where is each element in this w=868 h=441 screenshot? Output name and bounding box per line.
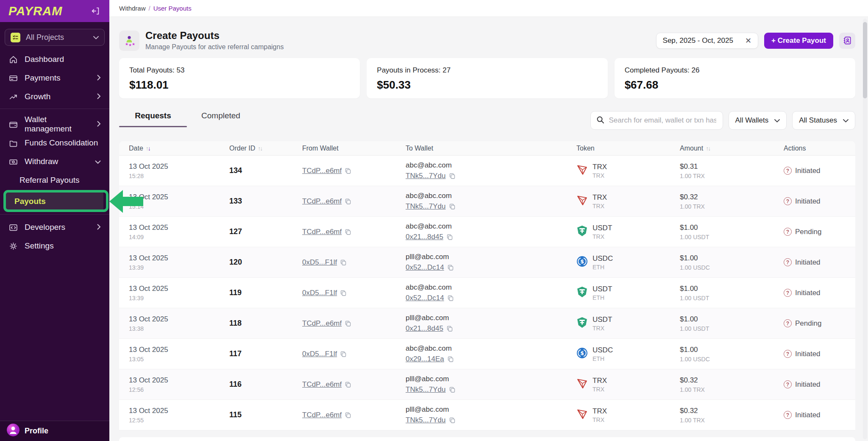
svg-text:★: ★ — [132, 42, 135, 46]
token-name: TRX — [593, 163, 607, 171]
scrollbar-thumb[interactable] — [863, 22, 867, 98]
sidebar-item-label: Settings — [25, 241, 101, 251]
sidebar-item-referral-payouts[interactable]: Referral Payouts — [0, 171, 109, 190]
search-input[interactable] — [608, 116, 717, 125]
to-wallet-link[interactable]: 0x52...Dc14 — [406, 294, 444, 302]
copy-icon[interactable] — [449, 173, 456, 179]
status-filter-select[interactable]: All Statuses — [792, 111, 855, 130]
from-wallet-link[interactable]: TCdP...e6mf — [302, 228, 342, 236]
nav-group: DashboardPaymentsGrowth — [0, 50, 109, 106]
sidebar-item-growth[interactable]: Growth — [0, 87, 109, 106]
copy-icon[interactable] — [345, 412, 351, 419]
create-payout-button[interactable]: + Create Payout — [764, 33, 833, 49]
column-label: Token — [576, 145, 595, 152]
status-help-icon[interactable]: ? — [784, 289, 792, 297]
copy-icon[interactable] — [345, 320, 351, 327]
sort-icon[interactable]: ↑↓ — [258, 145, 262, 152]
copy-icon[interactable] — [345, 198, 351, 205]
to-wallet-link[interactable]: 0x21...8d45 — [406, 233, 443, 241]
sidebar-item-label: Payments — [25, 73, 90, 83]
copy-icon[interactable] — [447, 356, 454, 363]
token-cell: TRX TRX — [567, 193, 670, 209]
wallet-filter-value: All Wallets — [735, 116, 769, 125]
project-selector[interactable]: All Projects — [5, 29, 105, 46]
to-email: abc@abc.com — [406, 161, 567, 170]
status-help-icon[interactable]: ? — [784, 411, 792, 419]
sidebar-item-developers[interactable]: Developers — [0, 218, 109, 237]
sort-icon[interactable]: ↑↓ — [706, 145, 710, 152]
sort-icon[interactable]: ↑↓ — [146, 145, 150, 152]
token-name: TRX — [593, 407, 607, 416]
token-cell: $ USDC ETH — [567, 254, 670, 271]
to-email: abc@abc.com — [406, 222, 567, 231]
payram-logo: PAYRAM — [8, 4, 62, 18]
copy-icon[interactable] — [345, 229, 351, 235]
copy-icon[interactable] — [447, 295, 454, 301]
copy-icon[interactable] — [345, 167, 351, 174]
table-body: 13 Oct 2025 15:28 134 TCdP...e6mf abc@ab… — [119, 156, 855, 430]
copy-icon[interactable] — [340, 259, 347, 266]
from-wallet-link[interactable]: 0xD5...F1lf — [302, 258, 337, 267]
status-help-icon[interactable]: ? — [784, 228, 792, 236]
token-trx-icon — [576, 408, 588, 422]
status-help-icon[interactable]: ? — [784, 319, 792, 327]
date-value: 13 Oct 2025 — [129, 285, 220, 293]
sidebar-divider — [0, 109, 109, 109]
from-wallet-link[interactable]: TCdP...e6mf — [302, 167, 342, 175]
to-wallet-link[interactable]: TNk5...7Ydu — [406, 416, 446, 424]
from-wallet-link[interactable]: 0xD5...F1lf — [302, 289, 337, 297]
wallet-filter-select[interactable]: All Wallets — [729, 111, 787, 130]
sidebar-item-dashboard[interactable]: Dashboard — [0, 50, 109, 69]
status-help-icon[interactable]: ? — [784, 197, 792, 205]
address-book-button[interactable] — [839, 33, 855, 49]
copy-icon[interactable] — [447, 264, 454, 271]
profile-button[interactable]: Profile — [0, 421, 109, 441]
sidebar-collapse-icon[interactable] — [90, 6, 101, 17]
copy-icon[interactable] — [345, 381, 351, 388]
status-label: Initiated — [795, 411, 821, 419]
sidebar-item-funds-consolidation[interactable]: Funds Consolidation — [0, 134, 109, 152]
to-wallet-link[interactable]: 0x52...Dc14 — [406, 263, 444, 272]
from-wallet-link[interactable]: 0xD5...F1lf — [302, 350, 337, 358]
to-wallet-link[interactable]: TNk5...7Ydu — [406, 172, 446, 180]
copy-icon[interactable] — [449, 203, 456, 210]
copy-icon[interactable] — [449, 417, 456, 424]
from-wallet-link[interactable]: TCdP...e6mf — [302, 197, 342, 206]
copy-icon[interactable] — [340, 290, 347, 296]
token-usdc-icon: $ — [576, 347, 588, 361]
svg-text:$: $ — [580, 350, 584, 356]
status-badge: ? Pending — [784, 228, 855, 236]
status-label: Initiated — [795, 289, 821, 297]
status-help-icon[interactable]: ? — [784, 167, 792, 175]
date-range-chip[interactable]: Sep, 2025 - Oct, 2025 ✕ — [656, 33, 758, 49]
amount-token: 1.00 USDT — [680, 295, 774, 301]
token-cell: USDT TRX — [567, 224, 670, 240]
to-wallet-link[interactable]: 0x21...8d45 — [406, 324, 443, 333]
gear-icon — [8, 242, 18, 251]
tab-completed[interactable]: Completed — [187, 111, 255, 127]
clear-date-icon[interactable]: ✕ — [745, 37, 751, 45]
copy-icon[interactable] — [340, 351, 347, 357]
sidebar-item-withdraw[interactable]: Withdraw — [0, 152, 109, 171]
from-wallet-link[interactable]: TCdP...e6mf — [302, 380, 342, 389]
status-help-icon[interactable]: ? — [784, 258, 792, 266]
time-value: 13:05 — [129, 356, 220, 363]
from-wallet-link[interactable]: TCdP...e6mf — [302, 411, 342, 419]
copy-icon[interactable] — [446, 325, 453, 332]
amount-cell: $1.00 1.00 USDT — [670, 223, 774, 240]
sidebar-item-payouts[interactable]: Payouts — [6, 191, 103, 212]
copy-icon[interactable] — [446, 234, 453, 240]
status-help-icon[interactable]: ? — [784, 380, 792, 388]
copy-icon[interactable] — [449, 386, 456, 393]
breadcrumb-current[interactable]: User Payouts — [153, 5, 192, 12]
sidebar-item-wallet-management[interactable]: Wallet management — [0, 115, 109, 134]
tab-requests[interactable]: Requests — [119, 111, 187, 127]
sidebar-item-settings[interactable]: Settings — [0, 237, 109, 255]
token-name: USDC — [593, 346, 613, 354]
sidebar-item-payments[interactable]: Payments — [0, 69, 109, 87]
to-wallet-link[interactable]: TNk5...7Ydu — [406, 202, 446, 211]
status-help-icon[interactable]: ? — [784, 350, 792, 358]
from-wallet-link[interactable]: TCdP...e6mf — [302, 319, 342, 328]
to-wallet-link[interactable]: 0x29...14Ea — [406, 355, 444, 363]
to-wallet-link[interactable]: TNk5...7Ydu — [406, 385, 446, 394]
